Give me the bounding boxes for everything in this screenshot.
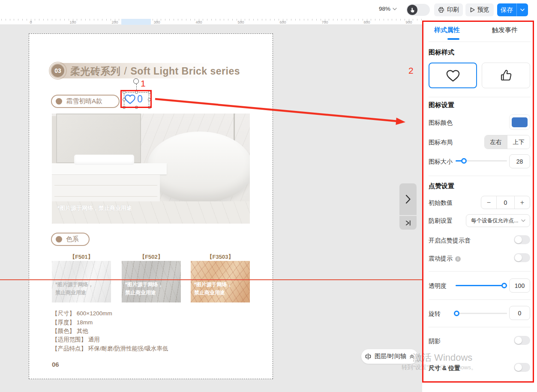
play-icon [470,7,475,12]
icon-style-thumbsup-option[interactable] [482,63,530,88]
vibrate-label: 震动提示i [429,255,461,263]
ruler-tick-label: 600 [279,20,286,24]
selection-handle-nw[interactable] [123,91,126,94]
rotate-input[interactable]: 0 [509,306,530,320]
save-split-button[interactable]: 保存 [497,3,528,16]
design-page[interactable]: 03 柔光砖系列/Soft Light Brick series 霜雪初晴A款 … [29,33,273,379]
touch-mode-toggle[interactable] [406,4,430,16]
spec-line[interactable]: 【颜色】 其他 [52,327,88,335]
rotate-slider[interactable] [456,313,507,314]
color-series-pill[interactable]: 色系 [51,233,90,246]
vibrate-toggle[interactable] [514,253,530,262]
selection-handle-s[interactable] [135,106,138,109]
rotation-handle[interactable] [133,78,139,84]
hand-pointer-icon [410,7,415,13]
product-name-pill[interactable]: 霜雪初晴A款 [51,95,120,108]
photo-sink [74,155,134,165]
selection-bounding-box [124,92,149,107]
divider [429,299,531,300]
spec-line[interactable]: 【适用范围】 通用 [52,336,100,344]
selection-handle-n[interactable] [135,91,138,94]
layout-top-bottom-option[interactable]: 上下 [507,135,530,149]
page-nav-group [399,183,417,230]
design-canvas[interactable]: 03 柔光砖系列/Soft Light Brick series 霜雪初晴A款 … [0,25,422,392]
opacity-slider[interactable] [456,285,507,286]
properties-panel: 样式属性 触发事件 图标样式 图标设置 图标颜色 图标布局 左右 上下 图标大小… [422,19,537,392]
ruler-tick-label: 400 [195,20,202,24]
shadow-toggle[interactable] [514,336,530,345]
swatch-watermark: 禁止商业用途 [55,290,86,296]
icon-style-heart-option[interactable] [429,63,477,88]
tab-style-properties[interactable]: 样式属性 [431,26,463,34]
opacity-slider-fill [456,285,507,286]
section-number-badge[interactable]: 03 [51,64,64,77]
photo-drawer-line [54,196,157,197]
opacity-slider-knob[interactable] [501,283,507,288]
toggle-knob [515,337,522,344]
icon-size-input[interactable]: 28 [509,154,530,168]
section-icon-style: 图标样式 [429,48,454,57]
pill-dot-icon [56,98,62,105]
marble-swatch-f3503[interactable]: *图片源于网络，禁止商业用途 [191,261,250,302]
layout-left-right-option[interactable]: 左右 [485,135,507,149]
selection-handle-se[interactable] [148,106,151,109]
info-icon[interactable]: i [455,256,461,262]
size-position-toggle[interactable] [514,363,530,372]
initial-value-stepper: − 0 + [481,196,530,209]
toggle-knob [515,364,522,371]
stepper-minus-button[interactable]: − [481,196,496,209]
selection-handle-e[interactable] [148,98,151,101]
horizontal-ruler: 0 100 200 300 400 500 600 700 800 900 [0,19,422,25]
bathroom-photo[interactable]: *图片源于网络，禁止商业用途 [52,114,250,224]
save-button-label[interactable]: 保存 [497,6,516,14]
stepper-value[interactable]: 0 [496,196,515,209]
initial-value-label: 初始数值 [429,199,453,207]
spec-line[interactable]: 【产品特点】 环保/耐磨/防滑性能强/吸水率低 [52,345,168,353]
photo-watermark-text: *图片源于网络，禁止商业用途 [57,204,132,212]
layers-timeline-button[interactable]: 图层/时间轴 [361,349,418,364]
spec-line[interactable]: 【厚度】 18mm [52,319,93,326]
chevron-right-bar-icon [405,220,411,226]
zoom-level-value: 98% [379,6,390,12]
size-position-label: 尺寸 & 位置 [429,365,460,372]
page-title[interactable]: 柔光砖系列/Soft Light Brick series [70,65,240,78]
rotate-label: 旋转 [429,310,441,318]
icon-color-label: 图标颜色 [429,119,453,127]
selection-handle-w[interactable] [123,98,126,101]
swatch-watermark: 禁止商业用途 [125,290,156,296]
zoom-level-control[interactable]: 98% [379,6,397,12]
toggle-knob [515,236,522,243]
stepper-plus-button[interactable]: + [515,196,530,209]
layers-timeline-label: 图层/时间轴 [375,353,406,360]
swatch-label: 【F501】 [52,253,111,261]
photo-drawer-line [54,185,157,186]
page-number[interactable]: 06 [52,361,59,368]
print-button[interactable]: 印刷 [434,3,463,16]
swatch-label: 【F502】 [122,253,181,261]
editor-app: 98% 印刷 预览 保存 0 100 200 300 4 [0,0,537,392]
spec-line[interactable]: 【尺寸】 600×1200mm [52,310,112,317]
selection-handle-ne[interactable] [148,91,151,94]
swatch-watermark: 禁止商业用途 [194,290,225,296]
tab-trigger-events[interactable]: 触发事件 [489,26,521,34]
marble-swatch-f502[interactable]: *图片源于网络，禁止商业用途 [122,261,181,302]
preview-button[interactable]: 预览 [465,3,494,16]
selection-handle-sw[interactable] [123,106,126,109]
rotate-slider-knob[interactable] [454,311,459,316]
save-dropdown-button[interactable] [517,9,528,11]
ruler-tick-label: 100 [69,20,76,24]
anti-spam-select[interactable]: 每个设备仅允许点... [466,214,530,227]
opacity-input[interactable]: 100 [509,278,530,293]
pill-dot-icon [56,236,62,242]
icon-layout-segment: 左右 上下 [484,135,530,149]
icon-color-picker[interactable] [509,114,530,130]
marble-swatch-f501[interactable]: *图片源于网络，禁止商业用途 [52,261,111,302]
ruler-tick-label: 500 [237,20,244,24]
chevron-right-icon [405,194,411,204]
active-tab-indicator [447,38,459,40]
last-page-button[interactable] [399,216,417,230]
swatch-label: 【F3503】 [191,253,250,261]
icon-size-slider-knob[interactable] [461,158,467,164]
like-sound-toggle[interactable] [514,235,530,244]
next-page-button[interactable] [399,183,417,215]
